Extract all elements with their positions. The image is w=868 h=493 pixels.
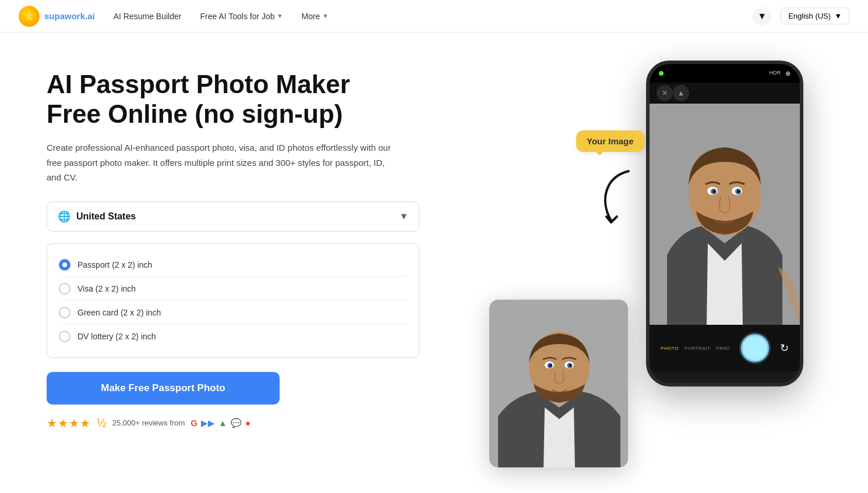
reviews-row: ★★★★½ 25,000+ reviews from G ▶▶ ▲ 💬 ● <box>47 416 443 430</box>
option-visa[interactable]: Visa (2 x 2) inch <box>59 277 407 301</box>
svg-point-16 <box>549 364 552 367</box>
rating-stars: ★★★★ <box>47 416 91 430</box>
svg-point-7 <box>713 190 716 193</box>
hero-description: Create professional AI-enhanced passport… <box>47 140 396 185</box>
up-btn: ▲ <box>673 85 689 101</box>
radio-passport[interactable] <box>59 259 70 271</box>
rotate-icon[interactable]: ↻ <box>780 342 789 354</box>
hdr-label: HDR <box>770 70 781 77</box>
hero-section: AI Passport Photo Maker Free Online (no … <box>0 33 868 493</box>
status-icons: HDR ⊕ <box>770 70 791 77</box>
radio-dv-lottery[interactable] <box>59 331 70 342</box>
notification-icon[interactable]: ▼ <box>753 7 771 26</box>
hero-content: AI Passport Photo Maker Free Online (no … <box>47 61 443 430</box>
status-dot <box>659 71 664 76</box>
radio-green-card[interactable] <box>59 307 70 318</box>
nav-ai-resume[interactable]: AI Resume Builder <box>114 12 182 21</box>
settings-icon: ⊕ <box>785 70 791 77</box>
radio-visa[interactable] <box>59 283 70 295</box>
chevron-down-icon: ▼ <box>277 13 283 19</box>
main-phone: HDR ⊕ ✕ ▲ <box>646 61 803 386</box>
speech-bubble: Your Image <box>576 130 644 152</box>
page-title: AI Passport Photo Maker Free Online (no … <box>47 70 384 129</box>
navigation: 🌟 supawork.ai AI Resume Builder Free AI … <box>0 0 868 33</box>
photo-mode[interactable]: PHOTO <box>661 346 679 351</box>
hero-illustration: Your Image HDR ⊕ ✕ <box>443 61 849 480</box>
option-visa-label: Visa (2 x 2) inch <box>77 284 136 293</box>
review-icon-4: 💬 <box>231 418 242 428</box>
svg-point-17 <box>569 364 571 367</box>
option-passport[interactable]: Passport (2 x 2) inch <box>59 253 407 277</box>
logo-icon: 🌟 <box>19 6 40 27</box>
arrow-icon <box>594 165 646 229</box>
passport-output-card <box>489 299 629 468</box>
globe-icon: 🌐 <box>58 210 70 223</box>
logo-text: supawork.ai <box>44 11 95 21</box>
person-illustration <box>650 104 800 325</box>
close-btn: ✕ <box>657 85 673 101</box>
review-icon-3: ▲ <box>218 418 227 428</box>
review-icon-2: ▶▶ <box>201 418 215 428</box>
camera-view <box>650 104 800 325</box>
language-selector[interactable]: English (US) ▼ <box>781 8 849 24</box>
review-platform-icons: G ▶▶ ▲ 💬 ● <box>190 418 250 428</box>
photo-type-options: Passport (2 x 2) inch Visa (2 x 2) inch … <box>47 243 419 358</box>
country-left: 🌐 United States <box>58 210 136 223</box>
country-name: United States <box>76 211 136 222</box>
nav-right: ▼ English (US) ▼ <box>753 7 849 26</box>
cta-button[interactable]: Make Free Passport Photo <box>47 372 280 405</box>
chevron-down-icon: ▼ <box>399 211 408 222</box>
option-dv-lottery-label: DV lottery (2 x 2) inch <box>77 332 156 341</box>
nav-free-ai-tools[interactable]: Free AI Tools for Job ▼ <box>200 12 283 21</box>
option-passport-label: Passport (2 x 2) inch <box>77 260 152 269</box>
logo[interactable]: 🌟 supawork.ai <box>19 6 95 27</box>
chevron-down-icon: ▼ <box>834 12 842 20</box>
chevron-down-icon: ▼ <box>322 13 328 19</box>
google-icon: G <box>190 418 197 428</box>
country-selector[interactable]: 🌐 United States ▼ <box>47 201 419 232</box>
option-dv-lottery[interactable]: DV lottery (2 x 2) inch <box>59 325 407 348</box>
phone-status-bar: HDR ⊕ <box>650 64 800 83</box>
svg-point-8 <box>738 190 740 193</box>
portrait-mode[interactable]: PORTRAIT <box>684 346 710 351</box>
phone-container: Your Image HDR ⊕ ✕ <box>477 61 815 480</box>
phone-controls: ✕ ▲ <box>650 83 800 104</box>
nav-left: 🌟 supawork.ai AI Resume Builder Free AI … <box>19 6 328 27</box>
camera-controls: PHOTO PORTRAIT PANO ↻ <box>650 325 800 371</box>
nav-more[interactable]: More ▼ <box>301 12 328 21</box>
option-green-card[interactable]: Green card (2 x 2) inch <box>59 301 407 325</box>
language-label: English (US) <box>788 12 831 20</box>
pano-mode[interactable]: PANO <box>716 346 730 351</box>
shutter-button[interactable] <box>741 334 769 362</box>
passport-photo <box>489 300 629 468</box>
reviews-text: 25,000+ reviews from <box>112 418 185 427</box>
review-icon-5: ● <box>245 418 250 428</box>
option-green-card-label: Green card (2 x 2) inch <box>77 308 161 317</box>
